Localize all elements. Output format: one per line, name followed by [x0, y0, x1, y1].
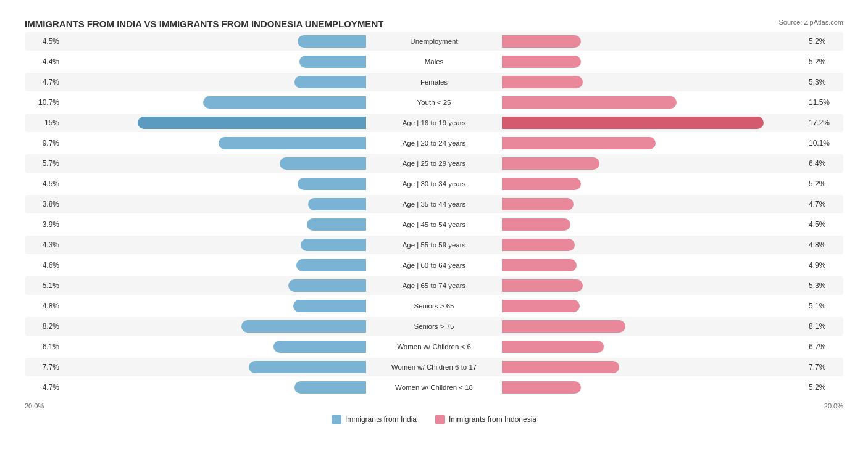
- bar-row: 3.9%Age | 45 to 54 years4.5%: [25, 215, 843, 234]
- bar-india: [293, 300, 366, 312]
- bar-india: [296, 259, 366, 271]
- india-value: 3.9%: [25, 220, 62, 229]
- bar-indonesia: [502, 198, 574, 210]
- bar-row: 5.1%Age | 65 to 74 years5.3%: [25, 276, 843, 295]
- india-value: 3.8%: [25, 200, 62, 209]
- bar-indonesia: [502, 300, 580, 312]
- bar-india: [298, 35, 366, 48]
- bar-row: 3.8%Age | 35 to 44 years4.7%: [25, 195, 843, 213]
- bar-india: [308, 198, 366, 210]
- bars-center: Age | 25 to 29 years: [62, 154, 806, 173]
- bars-center: Women w/ Children 6 to 17: [62, 358, 806, 376]
- legend-india-label: Immigrants from India: [345, 415, 417, 424]
- row-label: Women w/ Children < 6: [366, 343, 502, 350]
- india-value: 4.5%: [25, 37, 62, 46]
- bars-center: Age | 60 to 64 years: [62, 256, 806, 275]
- bar-indonesia: [502, 239, 575, 251]
- bar-row: 4.8%Seniors > 655.1%: [25, 297, 843, 315]
- bars-center: Age | 65 to 74 years: [62, 276, 806, 295]
- bar-india: [138, 117, 366, 129]
- bar-indonesia: [502, 218, 570, 231]
- bar-row: 10.7%Youth < 2511.5%: [25, 93, 843, 112]
- bar-india: [294, 76, 366, 88]
- india-value: 4.6%: [25, 261, 62, 270]
- row-label: Women w/ Children 6 to 17: [366, 363, 502, 371]
- rows-container: 4.5%Unemployment5.2%4.4%Males5.2%4.7%Fem…: [25, 32, 843, 397]
- indonesia-value: 5.1%: [806, 302, 843, 310]
- axis-bottom: 20.0% 20.0%: [25, 399, 843, 410]
- row-label: Unemployment: [366, 38, 502, 45]
- bars-center: Seniors > 65: [62, 297, 806, 315]
- bar-indonesia: [502, 178, 581, 190]
- bars-center: Males: [62, 52, 806, 71]
- row-label: Males: [366, 58, 502, 65]
- indonesia-value: 4.5%: [806, 220, 843, 229]
- bar-row: 4.3%Age | 55 to 59 years4.8%: [25, 236, 843, 254]
- chart-container: IMMIGRANTS FROM INDIA VS IMMIGRANTS FROM…: [12, 12, 856, 437]
- bar-indonesia: [502, 341, 604, 353]
- legend-indonesia-icon: [435, 415, 445, 424]
- india-value: 9.7%: [25, 139, 62, 147]
- india-value: 4.5%: [25, 180, 62, 188]
- row-label: Seniors > 65: [366, 302, 502, 310]
- bar-india: [280, 157, 367, 170]
- bar-india: [288, 279, 366, 292]
- bar-india: [219, 137, 366, 149]
- bars-center: Age | 20 to 24 years: [62, 134, 806, 152]
- legend-indonesia: Immigrants from Indonesia: [435, 415, 536, 424]
- bar-india: [249, 361, 366, 373]
- bar-india: [298, 178, 366, 190]
- bar-indonesia: [502, 320, 625, 333]
- legend-indonesia-label: Immigrants from Indonesia: [449, 415, 536, 424]
- bar-indonesia: [502, 279, 583, 292]
- bar-row: 4.6%Age | 60 to 64 years4.9%: [25, 256, 843, 275]
- bars-center: Age | 35 to 44 years: [62, 195, 806, 213]
- india-value: 4.8%: [25, 302, 62, 310]
- indonesia-value: 5.2%: [806, 180, 843, 188]
- bar-row: 7.7%Women w/ Children 6 to 177.7%: [25, 358, 843, 376]
- indonesia-value: 5.3%: [806, 78, 843, 86]
- row-label: Age | 60 to 64 years: [366, 262, 502, 269]
- india-value: 10.7%: [25, 98, 62, 107]
- row-label: Females: [366, 78, 502, 86]
- legend-india-icon: [332, 415, 341, 424]
- bar-row: 9.7%Age | 20 to 24 years10.1%: [25, 134, 843, 152]
- bar-indonesia: [502, 117, 764, 129]
- bar-indonesia: [502, 381, 581, 394]
- legend: Immigrants from India Immigrants from In…: [25, 415, 843, 424]
- bar-indonesia: [502, 76, 583, 88]
- india-value: 4.7%: [25, 78, 62, 86]
- bar-india: [299, 56, 366, 68]
- india-value: 5.1%: [25, 281, 62, 290]
- row-label: Age | 55 to 59 years: [366, 241, 502, 249]
- bar-row: 15%Age | 16 to 19 years17.2%: [25, 114, 843, 132]
- row-label: Youth < 25: [366, 99, 502, 106]
- bars-center: Seniors > 75: [62, 317, 806, 336]
- bars-center: Unemployment: [62, 32, 806, 51]
- bar-row: 4.5%Age | 30 to 34 years5.2%: [25, 175, 843, 193]
- bar-india: [203, 96, 366, 109]
- row-label: Age | 35 to 44 years: [366, 200, 502, 208]
- indonesia-value: 6.7%: [806, 342, 843, 351]
- bars-center: Females: [62, 73, 806, 91]
- chart-title: IMMIGRANTS FROM INDIA VS IMMIGRANTS FROM…: [25, 19, 383, 29]
- india-value: 4.4%: [25, 57, 62, 66]
- bars-center: Women w/ Children < 18: [62, 378, 806, 397]
- row-label: Age | 20 to 24 years: [366, 139, 502, 147]
- bar-indonesia: [502, 96, 677, 109]
- indonesia-value: 10.1%: [806, 139, 843, 147]
- bar-row: 5.7%Age | 25 to 29 years6.4%: [25, 154, 843, 173]
- indonesia-value: 5.2%: [806, 37, 843, 46]
- bar-row: 4.4%Males5.2%: [25, 52, 843, 71]
- bars-center: Age | 45 to 54 years: [62, 215, 806, 234]
- india-value: 8.2%: [25, 322, 62, 331]
- row-label: Seniors > 75: [366, 323, 502, 330]
- bar-row: 4.7%Females5.3%: [25, 73, 843, 91]
- chart-source: Source: ZipAtlas.com: [778, 19, 843, 26]
- bar-indonesia: [502, 157, 599, 170]
- bar-indonesia: [502, 35, 581, 48]
- bar-india: [307, 218, 366, 231]
- bar-row: 4.5%Unemployment5.2%: [25, 32, 843, 51]
- india-value: 4.7%: [25, 383, 62, 392]
- row-label: Women w/ Children < 18: [366, 384, 502, 391]
